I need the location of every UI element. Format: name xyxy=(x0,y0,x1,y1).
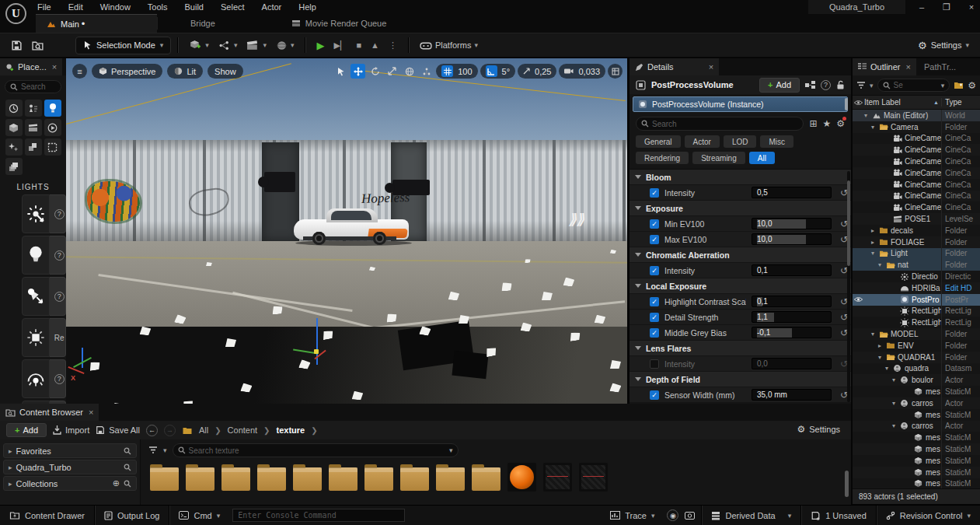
item-label-column-header[interactable]: Item Label xyxy=(864,98,933,107)
property-value-field[interactable]: 10,0 xyxy=(752,218,832,229)
place-item-point-light[interactable]: ? xyxy=(22,236,66,275)
outliner-row[interactable]: mesStaticM xyxy=(853,467,980,478)
select-tool-icon[interactable] xyxy=(333,64,348,79)
cb-search-input[interactable] xyxy=(189,446,446,455)
place-item-rect-light[interactable]: Re xyxy=(22,318,66,357)
unsaved-button[interactable]: 1 Unsaved xyxy=(801,506,876,525)
property-value-field[interactable]: 0,5 xyxy=(752,187,832,198)
details-scrollbar-thumb[interactable] xyxy=(847,180,850,266)
outliner-item-type[interactable]: Edit HD xyxy=(941,282,980,294)
platforms-dropdown[interactable]: Platforms▾ xyxy=(415,36,483,54)
show-dropdown[interactable]: Show xyxy=(208,64,243,79)
tab-main[interactable]: Main • xyxy=(36,14,157,33)
lit-dropdown[interactable]: Lit xyxy=(167,64,203,79)
property-checkbox[interactable]: ✓ xyxy=(650,266,659,275)
search-icon[interactable] xyxy=(124,464,131,471)
filter-chip-lod[interactable]: LOD xyxy=(724,135,757,148)
property-checkbox[interactable]: ✓ xyxy=(650,188,659,198)
outliner-row[interactable]: CineCameCineCa xyxy=(853,156,980,167)
selection-mode-dropdown[interactable]: Selection Mode ▾ xyxy=(75,37,171,54)
category-header[interactable]: Exposure xyxy=(630,201,851,216)
place-category-basic[interactable] xyxy=(25,100,42,117)
eject-button[interactable]: ▲ xyxy=(366,36,384,54)
outliner-row[interactable]: RectLightRectLig xyxy=(853,306,980,317)
outliner-row[interactable]: mesStaticM xyxy=(853,409,980,421)
outliner-filter-icon[interactable] xyxy=(856,82,866,89)
cb-sidebar-collections[interactable]: ▸Collections⊕ xyxy=(3,476,137,491)
property-value-field[interactable]: 0,1 xyxy=(752,296,832,307)
place-category-visual-effects[interactable] xyxy=(5,138,23,156)
chevron-down-icon[interactable]: ▾ xyxy=(163,446,167,454)
expander-arrow-icon[interactable]: ▾ xyxy=(871,331,878,338)
outliner-row[interactable]: CineCameCineCa xyxy=(853,201,980,213)
breadcrumb-content[interactable]: Content xyxy=(228,425,258,435)
tab-bridge[interactable]: Bridge xyxy=(180,14,226,33)
visibility-column-icon[interactable] xyxy=(853,100,864,106)
outliner-row[interactable]: ▾MODELFolder xyxy=(853,328,980,340)
cb-texture-tile-orange-sphere[interactable] xyxy=(507,463,536,492)
place-actors-tab[interactable]: Place... × xyxy=(0,58,62,75)
save-button[interactable] xyxy=(6,36,27,54)
outliner-settings-icon[interactable]: ⚙ xyxy=(968,81,976,90)
breadcrumb-texture[interactable]: texture xyxy=(277,425,305,435)
place-category-cinematic[interactable] xyxy=(25,119,42,136)
details-search[interactable] xyxy=(636,117,804,131)
property-checkbox[interactable] xyxy=(650,359,659,369)
cb-folder-tile[interactable] xyxy=(436,467,465,491)
place-item-sky-light[interactable]: ? xyxy=(22,359,66,398)
tab-movie-render-queue[interactable]: Movie Render Queue xyxy=(281,14,398,33)
menu-window[interactable]: Window xyxy=(100,2,131,12)
outliner-row[interactable]: ▾boulorActor xyxy=(853,374,980,386)
expander-arrow-icon[interactable]: ▸ xyxy=(878,342,885,349)
derived-data-dropdown[interactable]: Derived Data▾ xyxy=(702,506,800,525)
cb-sidebar-favorites[interactable]: ▸Favorites xyxy=(3,443,137,458)
component-list-scrollbar[interactable] xyxy=(845,98,848,110)
grid-snap-control[interactable]: 100 xyxy=(436,64,477,79)
expander-arrow-icon[interactable]: ▸ xyxy=(871,227,878,234)
outliner-row[interactable]: CineCameCineCa xyxy=(853,191,980,202)
skip-button[interactable]: ▶▏ xyxy=(329,36,351,54)
outliner-row[interactable]: ▾CameraFolder xyxy=(853,121,980,133)
blueprints-dropdown[interactable]: ▾ xyxy=(214,36,242,54)
details-search-input[interactable] xyxy=(652,120,798,128)
play-options-button[interactable]: ⋮ xyxy=(384,36,402,54)
property-checkbox[interactable]: ✓ xyxy=(650,390,659,400)
outliner-row[interactable]: mesStaticM xyxy=(853,478,980,489)
cb-folder-tile[interactable] xyxy=(257,467,286,491)
property-value-field[interactable]: -0,1 xyxy=(752,327,832,338)
add-component-button[interactable]: +Add xyxy=(759,78,800,93)
menu-select[interactable]: Select xyxy=(221,2,245,12)
place-search[interactable] xyxy=(5,80,61,93)
sort-arrow-icon[interactable]: ▲ xyxy=(933,100,939,105)
surface-snap-icon[interactable] xyxy=(419,64,434,79)
back-button[interactable]: ← xyxy=(146,425,158,436)
property-value-field[interactable]: 10,0 xyxy=(752,233,832,245)
console-input-box[interactable] xyxy=(232,509,405,522)
cb-texture-tile-checker[interactable] xyxy=(543,463,572,492)
property-checkbox[interactable]: ✓ xyxy=(650,297,659,306)
outliner-row[interactable]: POSE1LevelSe xyxy=(853,213,980,225)
outliner-row[interactable]: DirectioDirectic xyxy=(853,271,980,282)
minimize-button[interactable]: – xyxy=(911,0,933,14)
restore-button[interactable]: ❒ xyxy=(936,0,957,14)
expander-arrow-icon[interactable]: ▸ xyxy=(9,447,12,455)
cb-folder-tile[interactable] xyxy=(293,467,322,491)
content-drawer-button[interactable]: Content Drawer xyxy=(0,506,94,525)
details-tab[interactable]: Details × xyxy=(630,58,719,75)
cb-folder-tile[interactable] xyxy=(472,467,500,491)
property-value-field[interactable]: 0,1 xyxy=(752,264,832,276)
trace-dropdown[interactable]: Trace▾ xyxy=(601,506,664,525)
breadcrumb-all[interactable]: All xyxy=(199,425,208,435)
expander-arrow-icon[interactable]: ▾ xyxy=(878,354,885,361)
filter-chip-general[interactable]: General xyxy=(636,135,681,148)
cb-folder-tile[interactable] xyxy=(150,467,179,491)
unreal-logo-icon[interactable]: U xyxy=(5,3,26,24)
place-category-lights[interactable] xyxy=(44,100,61,117)
menu-help[interactable]: Help xyxy=(298,2,316,12)
add-actor-dropdown[interactable]: ▾ xyxy=(184,36,214,54)
cmd-dropdown[interactable]: Cmd▾ xyxy=(169,506,229,525)
menu-edit[interactable]: Edit xyxy=(68,2,83,12)
forward-button[interactable]: → xyxy=(164,425,176,436)
outliner-tab[interactable]: Outliner × xyxy=(853,58,916,75)
chevron-down-icon[interactable]: ▾ xyxy=(941,82,945,89)
